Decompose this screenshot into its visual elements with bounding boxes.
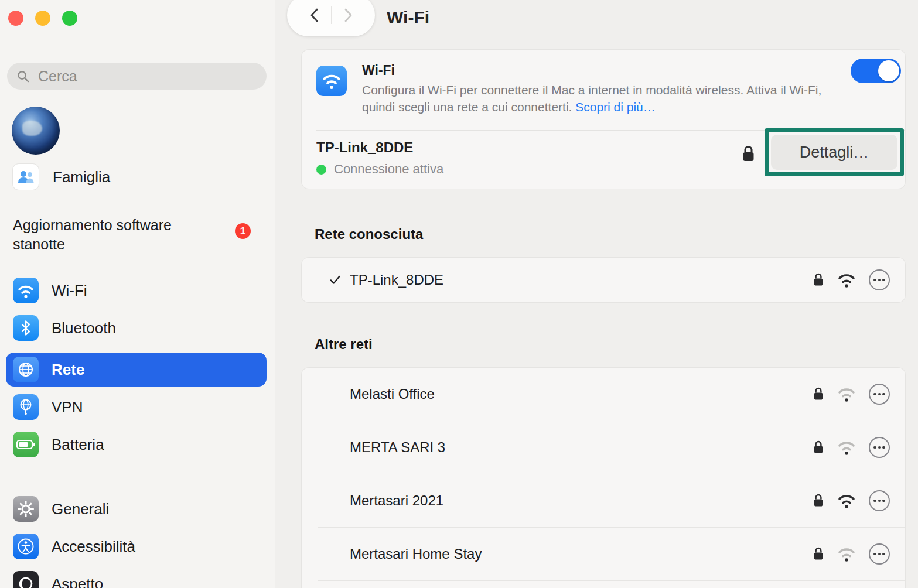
appearance-icon — [13, 571, 39, 588]
vpn-icon — [13, 394, 39, 420]
more-options-button[interactable] — [869, 490, 890, 511]
search-icon — [16, 70, 30, 83]
wifi-signal-icon — [837, 439, 856, 456]
network-row[interactable]: Mertasari 2021 — [302, 474, 905, 527]
sidebar-item-family[interactable]: Famiglia — [13, 164, 110, 190]
main-panel: Wi-Fi Wi-Fi Configura il Wi-Fi per conne… — [276, 0, 918, 588]
sidebar-accessibility-label: Accessibilità — [52, 538, 135, 556]
sidebar-item-general[interactable]: Generali — [6, 496, 267, 522]
network-name: Mertasari 2021 — [350, 493, 443, 509]
known-network-heading: Rete conosciuta — [315, 226, 423, 242]
user-avatar[interactable] — [12, 107, 60, 155]
gear-icon — [13, 496, 39, 522]
sidebar-group-gap — [6, 469, 267, 496]
history-nav — [287, 0, 375, 36]
software-update-label: Aggiornamento software stanotte — [13, 216, 206, 254]
network-row[interactable]: Melasti Office — [302, 368, 905, 421]
lock-icon — [813, 387, 824, 402]
sidebar-item-accessibility[interactable]: Accessibilità — [6, 534, 267, 559]
network-row[interactable]: Mertasari Home Stay — [302, 528, 905, 580]
bluetooth-icon — [13, 315, 39, 341]
sidebar-network-label: Rete — [52, 361, 84, 379]
lock-icon — [813, 493, 824, 508]
wifi-signal-icon — [837, 272, 856, 288]
more-options-button[interactable] — [869, 269, 890, 290]
wifi-icon — [13, 278, 39, 303]
connection-status-text: Connessione attiva — [334, 162, 443, 177]
status-green-dot — [316, 165, 326, 175]
known-networks-card: TP-Link_8DDE — [302, 258, 905, 302]
sidebar-nav: Wi-Fi Bluetooth Rete — [6, 278, 267, 588]
sidebar-bluetooth-label: Bluetooth — [52, 319, 116, 337]
search-field[interactable] — [7, 63, 267, 90]
page-title: Wi-Fi — [387, 8, 429, 28]
wifi-toggle[interactable] — [851, 59, 901, 83]
sidebar-item-vpn[interactable]: VPN — [6, 394, 267, 420]
battery-icon — [13, 432, 39, 457]
wifi-signal-icon — [837, 546, 856, 562]
sidebar-item-software-update[interactable]: Aggiornamento software stanotte 1 — [13, 216, 262, 254]
wifi-app-icon — [316, 66, 347, 96]
sidebar-item-bluetooth[interactable]: Bluetooth — [6, 315, 267, 341]
connection-status: Connessione attiva — [316, 162, 443, 177]
sidebar-wifi-label: Wi-Fi — [52, 282, 87, 300]
sidebar-vpn-label: VPN — [52, 398, 83, 416]
accessibility-icon — [13, 534, 39, 559]
network-name: Mertasari Home Stay — [350, 546, 482, 562]
zoom-window-button[interactable] — [62, 11, 77, 26]
details-button[interactable]: Dettagli… — [771, 135, 897, 170]
more-options-button[interactable] — [869, 543, 890, 565]
lock-icon — [813, 272, 824, 288]
sidebar-item-battery[interactable]: Batteria — [6, 432, 267, 457]
window-controls — [8, 11, 77, 26]
more-options-button[interactable] — [869, 437, 890, 458]
wifi-card-description: Configura il Wi-Fi per connettere il Mac… — [362, 81, 844, 115]
other-networks-heading: Altre reti — [315, 336, 373, 353]
annotation-highlight-box: Dettagli… — [765, 128, 904, 176]
sidebar-appearance-label: Aspetto — [52, 575, 103, 588]
row-divider — [318, 580, 905, 581]
update-count-badge: 1 — [235, 223, 251, 239]
family-label: Famiglia — [53, 168, 110, 186]
network-row[interactable]: TP-Link_8DDE — [302, 258, 905, 302]
sidebar: Famiglia Aggiornamento software stanotte… — [0, 0, 275, 588]
search-input[interactable] — [38, 68, 237, 85]
wifi-toggle-knob — [878, 60, 899, 81]
lock-icon — [741, 145, 756, 166]
minimize-window-button[interactable] — [35, 11, 50, 26]
lock-icon — [813, 440, 824, 455]
connected-network-name: TP-Link_8DDE — [316, 139, 413, 156]
learn-more-link[interactable]: Scopri di più… — [575, 100, 656, 114]
other-networks-card: Melasti Office MERTA SARI 3 — [302, 368, 905, 588]
back-button[interactable] — [298, 0, 331, 32]
lock-icon — [813, 546, 824, 562]
sidebar-general-label: Generali — [52, 500, 109, 518]
checkmark-icon — [329, 274, 341, 286]
more-options-button[interactable] — [869, 384, 890, 405]
wifi-signal-icon — [837, 493, 856, 509]
family-icon — [13, 164, 39, 190]
forward-button[interactable] — [332, 0, 364, 32]
wifi-signal-icon — [837, 386, 856, 402]
network-name: Melasti Office — [350, 386, 435, 402]
sidebar-battery-label: Batteria — [52, 436, 104, 454]
close-window-button[interactable] — [8, 11, 23, 26]
sidebar-item-appearance[interactable]: Aspetto — [6, 571, 267, 588]
wifi-settings-card: Wi-Fi Configura il Wi-Fi per connettere … — [302, 50, 905, 189]
sidebar-item-network[interactable]: Rete — [6, 353, 267, 387]
network-globe-icon — [13, 357, 39, 382]
network-name: MERTA SARI 3 — [350, 439, 445, 456]
wifi-card-title: Wi-Fi — [362, 63, 395, 78]
sidebar-item-wifi[interactable]: Wi-Fi — [6, 278, 267, 303]
network-row[interactable]: MERTA SARI 3 — [302, 421, 905, 474]
network-name: TP-Link_8DDE — [350, 272, 443, 288]
